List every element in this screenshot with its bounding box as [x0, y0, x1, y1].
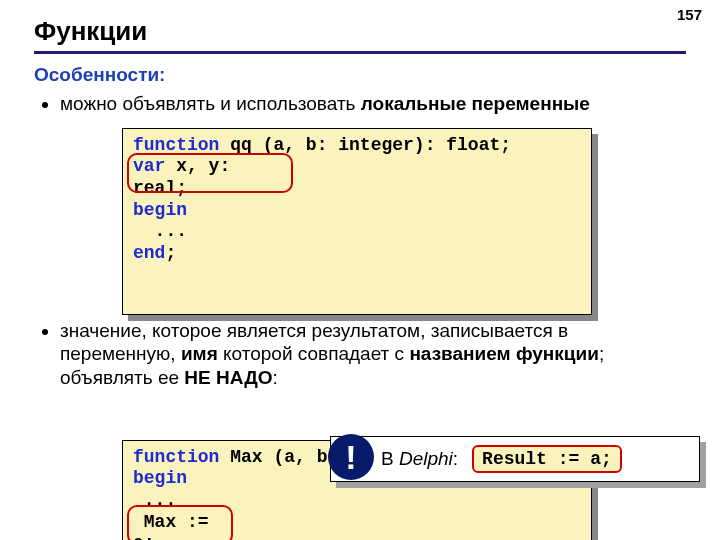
bullet-2-b: которой совпадает с: [218, 343, 410, 364]
bullet-1: можно объявлять и использовать локальные…: [60, 92, 686, 116]
delphi-code: Result := a;: [472, 445, 622, 473]
code1-kw-end: end: [133, 243, 165, 263]
delphi-callout: В Delphi: Result := a; !: [330, 436, 700, 482]
slide: 157 Функции Особенности: можно объявлять…: [0, 0, 720, 540]
code1-l5: ...: [133, 221, 187, 241]
delphi-label: В Delphi:: [381, 448, 458, 470]
bullet-list: можно объявлять и использовать локальные…: [60, 92, 686, 116]
code2-kw-begin: begin: [133, 468, 187, 488]
bullet-2-bold2: НЕ НАДО: [184, 367, 272, 388]
bullet-2: значение, которое является результатом, …: [60, 319, 686, 390]
code1-kw-begin: begin: [133, 200, 187, 220]
delphi-callout-box: В Delphi: Result := a;: [330, 436, 700, 482]
highlight-oval-var: [127, 153, 293, 193]
bullet-2-bold1: названием функции: [409, 343, 599, 364]
bullet-list-2: значение, которое является результатом, …: [60, 319, 686, 390]
subheading: Особенности:: [34, 64, 686, 86]
title-divider: [34, 51, 686, 54]
delphi-label-italic: Delphi: [399, 448, 453, 469]
highlight-oval-max: [127, 505, 233, 540]
bullet-2-d: :: [272, 367, 277, 388]
code2-kw-function: function: [133, 447, 219, 467]
code-block-1-box: function qq (a, b: integer): float; var …: [122, 128, 592, 315]
delphi-label-suffix: :: [453, 448, 458, 469]
code1-l6-rest: ;: [165, 243, 176, 263]
code1-kw-function: function: [133, 135, 219, 155]
code-block-1: function qq (a, b: integer): float; var …: [122, 128, 592, 315]
code1-l1-rest: qq (a, b: integer): float;: [219, 135, 511, 155]
page-title: Функции: [34, 16, 686, 47]
bullet-1-prefix: можно объявлять и использовать: [60, 93, 361, 114]
delphi-label-prefix: В: [381, 448, 399, 469]
page-number: 157: [677, 6, 702, 23]
bullet-2-imya: имя: [181, 343, 218, 364]
exclamation-icon: !: [328, 434, 374, 480]
bullet-1-bold: локальные переменные: [361, 93, 590, 114]
